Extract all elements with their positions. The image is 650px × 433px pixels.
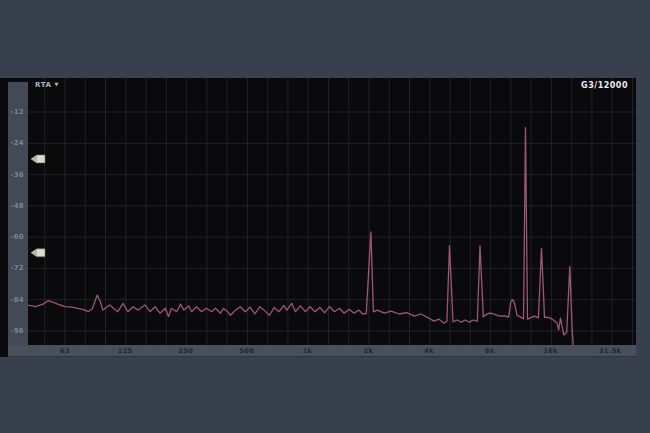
y-tick-label: -12 [10,108,24,116]
level-marker[interactable] [31,249,45,257]
x-tick-label: 4k [414,346,444,356]
x-tick-label: 250 [171,346,201,356]
rta-mode-label: RTA [35,81,52,89]
y-tick-label: -84 [10,296,24,304]
x-axis-labels: 631252505001k2k4k8k16k31.5k [0,346,636,357]
x-tick-label: 500 [232,346,262,356]
y-tick-label: -60 [10,233,24,241]
y-tick-label: -72 [10,264,24,272]
y-tick-label: -48 [10,202,24,210]
analyzer-panel: -12-24-36-48-60-72-84-96 631252505001k2k… [0,78,636,357]
x-tick-label: 125 [110,346,140,356]
x-tick-label: 1k [293,346,323,356]
plot-area[interactable] [28,78,636,345]
x-tick-label: 16k [536,346,566,356]
chevron-down-icon: ▼ [55,81,59,87]
y-axis-labels: -12-24-36-48-60-72-84-96 [0,78,26,345]
x-tick-label: 63 [50,346,80,356]
level-marker[interactable] [31,155,45,163]
rta-mode-dropdown[interactable]: RTA▼ [35,80,59,90]
y-tick-label: -24 [10,139,24,147]
y-tick-label: -36 [10,171,24,179]
spectrum-curve [28,128,574,345]
generator-readout: G3/12000 [581,81,628,90]
grid-lines [28,78,636,345]
y-tick-label: -96 [10,327,24,335]
x-tick-label: 31.5k [595,346,625,356]
x-tick-label: 2k [353,346,383,356]
screen-background: -12-24-36-48-60-72-84-96 631252505001k2k… [0,0,650,433]
x-tick-label: 8k [475,346,505,356]
